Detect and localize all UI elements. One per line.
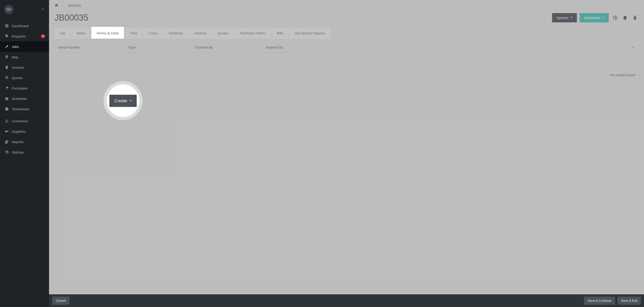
divider <box>3 19 46 19</box>
table-header: Serial Number ▲▼ Type ▲▼ Entered By Ente… <box>58 46 635 53</box>
column-label: Entered On <box>266 46 283 49</box>
caret-down-icon <box>130 100 132 101</box>
sidebar-item-label: Map <box>12 55 18 59</box>
sidebar-item-label: Purchases <box>12 86 28 90</box>
sidebar-item-label: Enquiries <box>12 34 26 38</box>
tab-invoices[interactable]: Invoices <box>189 28 212 39</box>
divider <box>3 114 46 114</box>
sidebar-item-suppliers[interactable]: Suppliers <box>0 126 49 137</box>
cancel-button[interactable]: Cancel <box>52 296 69 305</box>
save-exit-button[interactable]: Save & Exit <box>617 296 641 305</box>
sidebar-item-purchases[interactable]: Purchases <box>0 83 49 93</box>
column-label: Type <box>128 46 136 49</box>
document-icon <box>4 65 10 69</box>
tab-quotes[interactable]: Quotes <box>212 28 234 39</box>
status-dropdown[interactable]: Scheduled <box>580 13 609 22</box>
sidebar-item-label: Invoices <box>12 66 24 69</box>
sidebar-item-enquiries[interactable]: Enquiries 1 <box>0 31 49 41</box>
sidebar-item-label: Settings <box>12 150 24 154</box>
chevron-right-icon <box>41 7 45 12</box>
dashboard-icon <box>4 24 10 28</box>
sidebar-item-label: Suppliers <box>12 130 26 133</box>
sidebar-item-label: Reports <box>12 140 24 144</box>
main-content: JB00035 JB00035 Options Scheduled <box>49 0 644 307</box>
tab-job[interactable]: Job <box>54 28 71 39</box>
tab-panel: Serial Number ▲▼ Type ▲▼ Entered By Ente… <box>49 39 644 307</box>
options-label: Options <box>556 16 568 20</box>
tab-costs[interactable]: Costs <box>143 28 163 39</box>
sidebar-item-label: Dashboard <box>12 24 28 28</box>
sidebar-item-timesheets[interactable]: Timesheets <box>0 104 49 114</box>
sort-icon: ▲▼ <box>125 46 127 49</box>
sidebar-item-invoices[interactable]: Invoices <box>0 62 49 73</box>
calendar-icon <box>4 97 10 101</box>
sidebar-item-map[interactable]: Map <box>0 52 49 62</box>
history-button[interactable] <box>612 14 619 22</box>
column-label: Entered By <box>196 46 213 49</box>
column-serial-number[interactable]: Serial Number ▲▼ <box>58 46 128 49</box>
save-continue-button[interactable]: Save & Continue <box>584 296 615 305</box>
create-label: Create <box>114 98 127 103</box>
header-actions: Options Scheduled <box>552 13 638 22</box>
tabs: Job Notes Forms & Certs Time Costs Sched… <box>49 28 644 39</box>
column-label: Serial Number <box>58 46 80 49</box>
caret-down-icon <box>570 17 572 18</box>
sidebar-item-reports[interactable]: Reports <box>0 137 49 147</box>
sidebar-item-customers[interactable]: Customers <box>0 116 49 126</box>
sidebar-item-jobs[interactable]: Jobs <box>0 41 49 52</box>
tab-notes[interactable]: Notes <box>71 28 91 39</box>
avatar: SD <box>4 5 14 14</box>
wrench-icon <box>4 45 10 49</box>
breadcrumb: JB00035 <box>49 0 644 10</box>
column-entered-by[interactable]: Entered By <box>196 46 266 49</box>
empty-state: No results found <box>58 53 635 77</box>
tab-schedule[interactable]: Schedule <box>163 28 188 39</box>
status-label: Scheduled <box>584 16 600 20</box>
sidebar-item-label: Scheduler <box>12 97 27 101</box>
tab-bills[interactable]: Bills <box>272 28 289 39</box>
sidebar-item-settings[interactable]: Settings <box>0 147 49 157</box>
tag-icon <box>4 34 10 38</box>
sort-asc-icon: ▲ <box>632 47 634 48</box>
truck-icon <box>4 129 10 133</box>
sidebar-item-quotes[interactable]: Quotes <box>0 73 49 83</box>
sidebar-item-label: Timesheets <box>12 107 29 111</box>
page-header: JB00035 Options Scheduled <box>49 10 644 28</box>
map-pin-icon <box>4 55 10 59</box>
tab-time[interactable]: Time <box>124 28 143 39</box>
options-dropdown[interactable]: Options <box>552 13 577 22</box>
tab-job-service-reports[interactable]: Job Service Reports <box>289 28 330 39</box>
chevron-right-icon <box>62 4 64 8</box>
breadcrumb-current: JB00035 <box>68 4 81 8</box>
sidebar-item-scheduler[interactable]: Scheduler <box>0 93 49 104</box>
create-highlight: Create <box>107 84 140 117</box>
sort-icon: ▲▼ <box>193 46 195 49</box>
sidebar-item-dashboard[interactable]: Dashboard <box>0 21 49 31</box>
clock-icon <box>4 107 10 111</box>
column-type[interactable]: Type ▲▼ <box>128 46 196 49</box>
print-button[interactable] <box>622 14 629 22</box>
gear-icon <box>4 150 10 154</box>
create-dropdown[interactable]: Create <box>109 95 137 107</box>
page-title: JB00035 <box>54 13 88 23</box>
cart-icon <box>4 86 10 90</box>
profile-section[interactable]: SD <box>0 0 49 19</box>
users-icon <box>4 119 10 123</box>
sidebar: SD Dashboard Enquiries 1 Jobs <box>0 0 49 307</box>
sidebar-item-label: Quotes <box>12 76 22 80</box>
sidebar-item-label: Customers <box>12 119 28 123</box>
tab-purchase-orders[interactable]: Purchase Orders <box>234 28 271 39</box>
delete-button[interactable] <box>631 14 638 22</box>
footer-bar: Cancel Save & Continue Save & Exit <box>49 294 644 307</box>
home-icon[interactable] <box>54 3 58 8</box>
chart-pie-icon <box>4 140 10 144</box>
tab-forms-certs[interactable]: Forms & Certs <box>91 27 124 39</box>
column-entered-on[interactable]: Entered On ▲ <box>266 46 635 49</box>
notification-badge: 1 <box>41 34 45 38</box>
calculator-icon <box>4 76 10 80</box>
caret-down-icon <box>602 17 604 18</box>
sidebar-item-label: Jobs <box>12 45 19 49</box>
